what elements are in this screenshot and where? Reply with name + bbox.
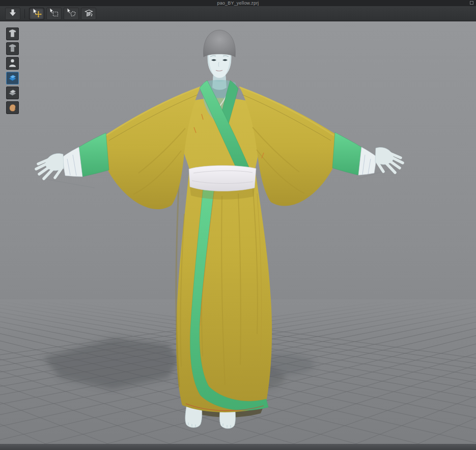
toggle-garment-alt-button[interactable] <box>6 42 19 55</box>
mannequin-head-icon <box>8 102 17 114</box>
avatar-bust-icon <box>8 58 17 69</box>
toggle-fabric-button[interactable] <box>6 72 19 85</box>
window-restore-icon[interactable] <box>470 1 473 5</box>
viewport-bottom-band <box>0 444 476 450</box>
main-toolbar <box>0 6 476 21</box>
down-arrow-button[interactable] <box>5 8 20 20</box>
cursor-orange-cross-icon <box>32 8 42 19</box>
toggle-avatar-button[interactable] <box>6 57 19 70</box>
rect-select-tool-button[interactable] <box>46 8 62 20</box>
slanted-page-arrow-icon <box>83 8 94 19</box>
cursor-dashed-lasso-icon <box>66 8 76 19</box>
thick-down-arrow-icon <box>8 8 18 19</box>
toolbar-separator <box>24 9 25 18</box>
blue-folded-fabric-icon <box>8 73 17 84</box>
viewport-3d[interactable] <box>0 0 476 450</box>
cursor-dotted-box-icon <box>49 8 59 19</box>
sash-obi <box>189 165 256 200</box>
toggle-garment-button[interactable] <box>6 27 19 40</box>
tshirt-icon <box>8 29 17 40</box>
titlebar: pao_BY_yellow.zprj <box>0 0 476 6</box>
toggle-head-button[interactable] <box>6 101 19 114</box>
tshirt-dark-icon <box>8 43 17 54</box>
gray-folded-fabric-icon <box>8 88 17 99</box>
lasso-select-tool-button[interactable] <box>64 8 79 20</box>
display-toggle-panel <box>6 27 19 114</box>
move-select-tool-button[interactable] <box>29 8 44 20</box>
toggle-fabric-alt-button[interactable] <box>6 87 19 99</box>
pattern-flip-tool-button[interactable] <box>81 8 96 20</box>
application-window: pao_BY_yellow.zprj <box>0 0 476 450</box>
window-title: pao_BY_yellow.zprj <box>217 0 259 6</box>
